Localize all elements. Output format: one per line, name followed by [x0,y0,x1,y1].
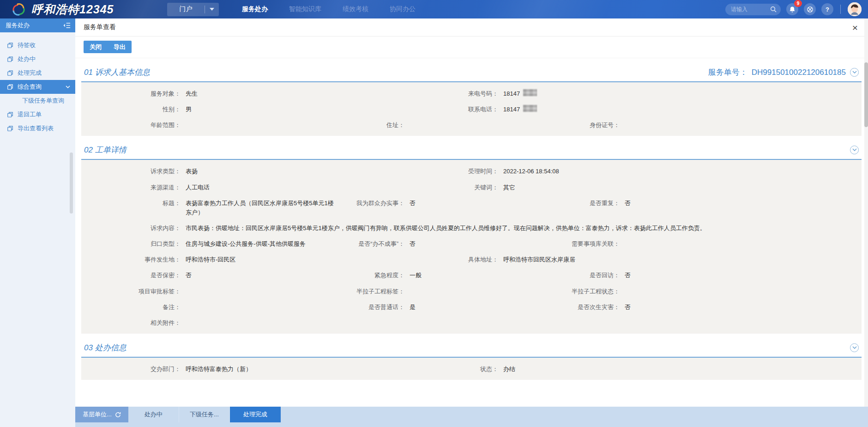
brand: 呼和浩特12345 [0,2,139,17]
field-label: 来源渠道： [81,183,181,192]
field-label: 是否重复： [562,199,620,208]
content-scrollbar[interactable] [864,18,868,407]
sidebar-header: 服务处办 [0,18,75,32]
nav-knowledge-base[interactable]: 智能知识库 [289,5,321,13]
nav-service-handling[interactable]: 服务处办 [242,5,268,13]
field-label: 状态： [376,365,498,374]
field: 服务对象： 先生 [81,89,376,98]
help-button[interactable]: ? [821,3,833,15]
sidebar-scrollbar-thumb[interactable] [70,152,73,214]
portal-dropdown[interactable]: 门户 [167,3,219,16]
nav-collaboration[interactable]: 协同办公 [390,5,416,13]
section-body: 服务对象： 先生 来电号码： 18147 性别： [81,82,862,136]
field-value: 男 [186,105,192,114]
field-value: 否 [186,271,192,280]
portal-label: 门户 [167,5,205,13]
field-row: 诉求内容：市民表扬：供暖地址：回民区水岸康居5号楼5单元1楼东户，供暖阀门有异响… [81,220,862,236]
field-label: 半拉子工程标签： [337,287,404,296]
sidebar-item-in-progress[interactable]: 处办中 [0,52,75,66]
section-header: 02 工单详情 [81,141,862,160]
field-label: 性别： [81,105,181,114]
sidebar-item-comprehensive-query[interactable]: 综合查询 [0,80,75,94]
sidebar-item-pending-sign[interactable]: 待签收 [0,38,75,52]
tab-label: 处办中 [145,410,163,419]
nav-compass-button[interactable] [804,3,816,15]
field-label: 受理时间： [376,167,498,176]
field-label: 是否“办不成事”： [337,239,404,249]
compass-icon [807,6,814,13]
field-label: 我为群众办实事： [337,199,404,208]
sidebar-item-label: 处办中 [18,55,36,63]
field-value: 表扬富泰热力工作人员（回民区水岸康居5号楼5单元1楼东户） [186,199,337,217]
bottom-tab-bar: 基层单位... 处办中 下级任务... 处理完成 [0,407,868,427]
toolbar: 关闭 导出 [75,37,868,58]
notifications-button[interactable]: 9 [786,3,798,15]
field-label: 备注： [81,303,181,312]
export-button[interactable]: 导出 [108,41,132,53]
sidebar-item-label: 导出查看列表 [18,124,54,133]
field-label: 住址： [337,121,404,130]
content-scrollbar-thumb[interactable] [864,62,868,127]
sidebar-item-completed[interactable]: 处理完成 [0,66,75,80]
field-value: 18147 [503,89,520,98]
field-label: 半拉子工程状态： [562,287,620,296]
field-value: 是 [410,303,416,312]
documents-icon [7,125,13,132]
collapse-section-icon[interactable] [850,343,859,352]
field: 身份证号： [562,121,862,130]
field: 性别： 男 [81,105,376,114]
sidebar: 服务处办 待签收 [0,18,75,407]
page-header: 服务单查看 × [75,18,868,37]
field-label: 紧急程度： [337,271,404,280]
bell-icon [789,6,796,13]
field-label: 交办部门： [81,365,181,374]
field-row: 是否保密：否 紧急程度：一般 是否回访：否 [81,268,862,283]
field-row: 相关附件： [81,315,862,331]
section-header: 01 诉求人基本信息 服务单号： DH9915010022120610185 [81,64,862,82]
app-title: 呼和浩特12345 [31,2,114,17]
tab-grassroots-unit[interactable]: 基层单位... [75,407,128,422]
field-label: 是否保密： [81,271,181,280]
sidebar-item-label: 综合查询 [18,83,42,91]
field-value: 人工电话 [186,183,210,192]
sidebar-item-returned-tickets[interactable]: 退回工单 [0,108,75,122]
ticket-number-value: DH9915010022120610185 [752,68,846,77]
main-row: 服务处办 待签收 [0,18,868,407]
nav-performance[interactable]: 绩效考核 [343,5,368,13]
sidebar-item-export-view-list[interactable]: 导出查看列表 [0,122,75,135]
sidebar-item-label: 下级任务单查询 [22,97,64,105]
chevron-down-icon[interactable] [205,8,219,11]
tab-completed[interactable]: 处理完成 [230,407,281,422]
field-row: 事件发生地：呼和浩特市-回民区 具体地址：呼和浩特市回民区水岸康居 [81,252,862,268]
documents-icon [7,70,13,76]
sidebar-item-label: 处理完成 [18,69,42,77]
field-value: 先生 [186,89,198,98]
field-value: 一般 [410,271,422,280]
logo-icon [11,2,27,16]
sidebar-subitem-subordinate-task-query[interactable]: 下级任务单查询 [0,94,75,108]
refresh-icon[interactable] [115,412,121,418]
documents-icon [7,111,13,118]
field-label: 项目审批标签： [81,287,181,296]
field-label: 关键词： [376,183,498,192]
ticket-detail-scroll-area: 01 诉求人基本信息 服务单号： DH9915010022120610185 [75,58,868,407]
close-button[interactable]: 关闭 [84,41,108,53]
field-row: 诉求类型：表扬 受理时间：2022-12-06 18:54:08 [81,164,862,179]
section-title: 02 工单详情 [84,145,127,155]
search-input[interactable] [731,6,770,12]
close-icon[interactable]: × [852,23,860,32]
sidebar-menu: 待签收 处办中 处理完成 [0,32,75,135]
field-label: 来电号码： [376,89,498,98]
tab-subordinate-tasks[interactable]: 下级任务... [179,407,230,422]
collapse-section-icon[interactable] [850,68,859,77]
avatar[interactable] [848,2,862,16]
field-value: 否 [625,271,631,280]
search-icon[interactable] [770,6,777,12]
tab-in-progress[interactable]: 处办中 [128,407,179,422]
sidebar-title: 服务处办 [6,21,30,30]
field: 年龄范围： [81,121,337,130]
section-handling-info: 03 处办信息 交办部门：呼和浩特富泰热力（新） 状态：办结 [81,339,862,380]
tab-label: 基层单位... [83,410,112,419]
collapse-section-icon[interactable] [850,146,859,154]
collapse-sidebar-icon[interactable] [63,22,71,29]
